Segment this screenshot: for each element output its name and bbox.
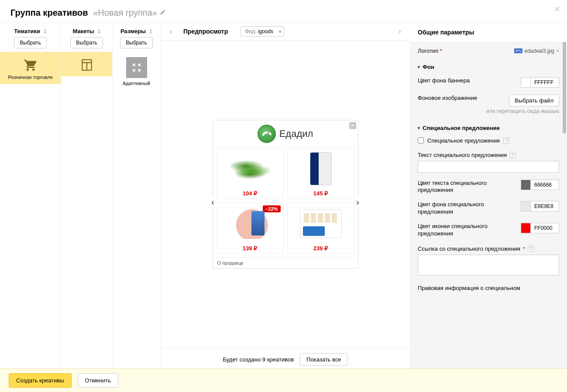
drag-hint: или перетащить сюда мышью [486, 108, 559, 115]
expand-icon [126, 57, 147, 78]
sizes-title: Размеры [120, 28, 146, 34]
special-text-label: Текст специального предложения [418, 152, 507, 158]
special-link-input[interactable] [418, 255, 559, 276]
close-icon[interactable]: ✕ [554, 4, 562, 12]
choose-file-button[interactable]: Выбрать файл [509, 95, 559, 106]
special-bg-color-label: Цвет фона специального предложения [418, 201, 515, 216]
product-image [300, 209, 342, 238]
color-swatch [521, 223, 531, 233]
themes-title: Тематики [14, 28, 40, 34]
color-swatch [521, 78, 531, 87]
chevron-down-icon: ▾ [418, 65, 420, 69]
layout-grid[interactable] [61, 52, 112, 76]
special-link-label: Ссылка со специального предложения [418, 245, 520, 252]
page-header: Группа креативов «Новая группа» ✕ [0, 0, 567, 22]
product-price: 104 ₽ [243, 190, 257, 198]
product-card[interactable]: 104 ₽ [216, 147, 284, 199]
layout-grid-icon [80, 58, 94, 72]
chevron-down-icon: ▾ [279, 29, 281, 34]
preview-next-button[interactable]: › [395, 27, 405, 36]
chevron-down-icon: ▾ [418, 126, 420, 130]
special-text-color-input[interactable] [521, 180, 559, 190]
product-card[interactable]: 145 ₽ [287, 147, 354, 199]
bg-color-input[interactable] [521, 77, 559, 88]
product-image [230, 156, 270, 182]
themes-column: Тематики 1 Выбрать Розничная торговля [0, 23, 61, 371]
bg-section-toggle[interactable]: ▾ Фон [418, 64, 559, 70]
scrollbar[interactable] [563, 42, 566, 133]
special-text-input[interactable] [418, 161, 559, 173]
sizes-select-button[interactable]: Выбрать [120, 37, 152, 48]
footer-bar: Создать креативы Отменить [0, 368, 567, 371]
size-adaptive[interactable]: Адаптивный [113, 52, 160, 91]
product-image [231, 208, 269, 239]
edit-icon[interactable] [160, 9, 166, 17]
feed-select[interactable]: Фид: igoods ▾ [240, 26, 284, 37]
page-title: Группа креативов «Новая группа» [10, 8, 157, 18]
preview-title: Предпросмотр [183, 28, 228, 35]
special-section-toggle[interactable]: ▾ Специальное предложение [418, 125, 559, 131]
remove-file-icon[interactable]: × [556, 48, 559, 54]
cart-icon [24, 58, 38, 72]
sidebar-title: Общие параметры [410, 23, 567, 42]
jpg-icon: JPG [514, 48, 523, 53]
brand-header: Едадил [213, 120, 358, 147]
bg-image-label: Фоновое изображение [418, 95, 481, 102]
product-card[interactable]: 239 ₽ [287, 202, 354, 254]
product-price: 145 ₽ [313, 190, 328, 198]
special-icon-color-input[interactable] [521, 223, 559, 233]
about-seller-link[interactable]: О продавце [213, 257, 358, 268]
preview-prev-button[interactable]: ‹ [166, 27, 175, 36]
preview-column: ‹ Предпросмотр Фид: igoods ▾ › × Едадил [161, 23, 410, 371]
help-icon[interactable]: ? [509, 152, 516, 158]
product-price: 239 ₽ [313, 245, 328, 253]
layouts-title: Макеты [72, 28, 94, 34]
themes-select-button[interactable]: Выбрать [14, 37, 46, 48]
special-bg-color-input[interactable] [521, 201, 559, 211]
color-swatch [521, 201, 531, 211]
themes-count: 1 [44, 28, 47, 34]
bg-color-label: Цвет фона баннера [418, 77, 515, 85]
product-price: 139 ₽ [243, 245, 257, 253]
brand-logo [258, 125, 276, 143]
product-image [310, 152, 332, 185]
creative-preview: × Едадил ‹ › 104 ₽ 145 ₽ [213, 120, 358, 269]
svg-point-0 [268, 132, 268, 133]
layouts-count: 1 [97, 28, 100, 34]
logo-file-chip[interactable]: JPG edadeal3.jpg × [514, 48, 559, 54]
logo-label: Логотип * [418, 48, 510, 54]
brand-name: Едадил [279, 128, 313, 140]
layouts-select-button[interactable]: Выбрать [70, 37, 103, 48]
help-icon[interactable]: ? [528, 245, 534, 252]
special-text-color-label: Цвет текста специального предложения [418, 180, 515, 194]
show-all-button[interactable]: Показать все [300, 353, 347, 366]
group-name: «Новая группа» [93, 8, 157, 17]
special-offer-checkbox[interactable] [418, 137, 424, 143]
color-swatch [521, 180, 531, 190]
special-icon-color-label: Цвет иконки специального предложения [418, 223, 515, 238]
creative-close-icon[interactable]: × [349, 122, 356, 129]
help-icon[interactable]: ? [503, 137, 510, 144]
layouts-column: Макеты 1 Выбрать [61, 23, 113, 371]
special-offer-checkbox-label: Специальное предложение [427, 137, 500, 144]
sizes-column: Размеры 1 Выбрать Адаптивный [113, 23, 161, 371]
legal-info-label: Правовая информация о специальном [418, 285, 520, 291]
theme-retail[interactable]: Розничная торговля [0, 52, 61, 84]
sizes-count: 1 [149, 28, 152, 34]
params-sidebar: Общие параметры Логотип * JPG edadeal3.j… [410, 23, 567, 371]
creatives-count-text: Будет создано 9 креативов [223, 356, 294, 363]
product-card[interactable]: –22% 139 ₽ [216, 202, 284, 254]
